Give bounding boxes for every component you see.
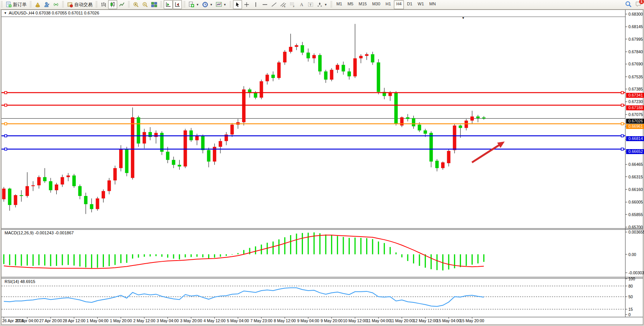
timeframe-h4-button[interactable]: H4 xyxy=(394,0,404,9)
new-order-button[interactable]: 新订单 xyxy=(4,0,28,9)
tile-windows-button[interactable] xyxy=(150,0,159,9)
vline-button[interactable] xyxy=(251,0,260,9)
chart-shift-button[interactable] xyxy=(173,0,182,9)
periods-button[interactable]: ▼ xyxy=(201,0,214,9)
signals-icon xyxy=(53,2,59,8)
toolbar-group: 新订单 xyxy=(3,0,29,9)
line-chart-icon xyxy=(119,2,125,8)
toolbar-right: 1 xyxy=(625,0,642,9)
bar-chart-button[interactable] xyxy=(99,0,108,9)
toolbar-group: EFAT▼ xyxy=(232,0,330,9)
chart-title: ▼AUDUSD-,H4 0.67038 0.67055 0.67011 0.67… xyxy=(4,11,99,15)
toolbar-group xyxy=(98,0,127,9)
search-icon[interactable] xyxy=(625,1,632,9)
autotrade-button[interactable]: 自动交易 xyxy=(65,0,94,9)
auto-scroll-button[interactable] xyxy=(164,0,173,9)
vline-icon xyxy=(253,2,259,8)
label-button[interactable]: T xyxy=(306,0,315,9)
toolbar-group xyxy=(32,0,61,9)
macd-indicator-label: MACD(12,26,9) -0.001243 -0.001867 xyxy=(5,231,74,235)
auto-scroll-icon xyxy=(165,2,171,8)
price-tick: 0.68145 xyxy=(628,24,644,29)
price-tick: 0.66315 xyxy=(628,175,644,179)
hline-button[interactable] xyxy=(260,0,269,9)
horizontal-lines[interactable] xyxy=(2,92,625,150)
price-tick: 0.67995 xyxy=(628,37,644,41)
zoom-in-button[interactable] xyxy=(131,0,140,9)
label-icon: T xyxy=(308,2,314,8)
timeframe-h1-button[interactable]: H1 xyxy=(383,0,393,9)
price-tick: 0.65700 xyxy=(628,225,644,229)
rsi-indicator-label: RSI(14) 48.6915 xyxy=(5,279,35,284)
price-tag-0.66961: 0.66961 xyxy=(626,124,644,129)
rsi-tick: 100 xyxy=(628,277,644,281)
notifications-icon[interactable]: 1 xyxy=(635,1,642,9)
candlestick-series[interactable] xyxy=(2,24,486,214)
toolbar-separator xyxy=(30,1,32,8)
dropdown-arrow-icon[interactable]: ▼ xyxy=(324,3,327,6)
trend-arrow[interactable] xyxy=(472,142,505,162)
trendline-button[interactable] xyxy=(269,0,279,9)
price-tick: 0.66160 xyxy=(628,187,644,192)
toolbar-separator xyxy=(128,1,130,8)
rsi-pane[interactable] xyxy=(2,286,625,309)
timeframe-mn-button[interactable]: MN xyxy=(427,0,438,9)
chart-title-text: AUDUSD-,H4 0.67038 0.67055 0.67011 0.670… xyxy=(9,11,99,15)
gold-tool-icon-button[interactable] xyxy=(33,0,42,9)
current-price-tag: 0.67026 xyxy=(626,119,644,124)
templates-button[interactable]: ▼ xyxy=(214,0,228,9)
price-tick: 0.67690 xyxy=(628,62,644,66)
crosshair-button[interactable] xyxy=(242,0,251,9)
shapes-button[interactable]: ▼ xyxy=(315,0,329,9)
text-button[interactable]: A xyxy=(297,0,306,9)
candlestick-chart-button[interactable] xyxy=(108,0,117,9)
macd-pane[interactable] xyxy=(3,232,485,270)
chart-menu-triangle-icon[interactable]: ▼ xyxy=(4,11,7,15)
zoom-out-button[interactable] xyxy=(140,0,150,9)
fibonacci-button[interactable]: F xyxy=(288,0,297,9)
gold-tool-icon xyxy=(35,2,41,8)
channel-button[interactable]: E xyxy=(279,0,288,9)
toolbar-separator xyxy=(183,1,185,8)
timeframe-m30-button[interactable]: M30 xyxy=(370,0,383,9)
price-tick: 0.67230 xyxy=(628,99,644,104)
dropdown-arrow-icon[interactable]: ▼ xyxy=(223,3,226,6)
line-chart-button[interactable] xyxy=(117,0,126,9)
channel-icon: E xyxy=(280,2,286,8)
dropdown-arrow-icon[interactable]: ▼ xyxy=(196,3,199,6)
rsi-tick: 15 xyxy=(628,307,644,312)
toolbar-group xyxy=(131,0,159,9)
toolbar-separator xyxy=(160,1,162,8)
main-toolbar: 新订单自动交易▼▼▼EFAT▼M1M5M15M30H1H4D1W1MN1 xyxy=(0,0,644,10)
candles-icon xyxy=(110,2,116,8)
indicators-icon xyxy=(188,2,194,8)
timeframe-m15-button[interactable]: M15 xyxy=(356,0,369,9)
dropdown-arrow-icon[interactable]: ▼ xyxy=(210,3,213,6)
timeframe-m5-button[interactable]: M5 xyxy=(345,0,355,9)
hline-icon xyxy=(262,2,268,8)
autotrade-button-label: 自动交易 xyxy=(74,2,92,8)
bar-chart-icon xyxy=(100,2,107,8)
chart-window[interactable]: ▼AUDUSD-,H4 0.67038 0.67055 0.67011 0.67… xyxy=(1,10,643,325)
indicators-button[interactable]: ▼ xyxy=(187,0,201,9)
profile-icon xyxy=(44,2,50,8)
timeframe-w1-button[interactable]: W1 xyxy=(415,0,426,9)
price-tag-0.67341: 0.67341 xyxy=(626,93,644,98)
signals-icon-button[interactable] xyxy=(51,0,61,9)
price-tick: 0.67075 xyxy=(628,112,644,117)
toolbar-group: ▼▼▼ xyxy=(186,0,229,9)
macd-tick: -0.00303 xyxy=(628,270,644,275)
chart-shift-marker-icon[interactable]: ▼ xyxy=(462,16,465,20)
clock-icon xyxy=(202,2,208,8)
price-tag-0.66652: 0.66652 xyxy=(626,149,644,154)
price-tag-0.67188: 0.67188 xyxy=(626,105,644,110)
timeframe-d1-button[interactable]: D1 xyxy=(405,0,414,9)
chart-canvas[interactable] xyxy=(2,10,643,324)
timeframe-m1-button[interactable]: M1 xyxy=(334,0,344,9)
time-label: 15 May 20:00 xyxy=(456,318,488,323)
zoom-out-icon xyxy=(142,2,148,8)
price-tick: 0.67385 xyxy=(628,87,644,91)
cursor-button[interactable] xyxy=(233,0,242,9)
profile-icon-button[interactable] xyxy=(42,0,51,9)
toolbar-group xyxy=(163,0,183,9)
